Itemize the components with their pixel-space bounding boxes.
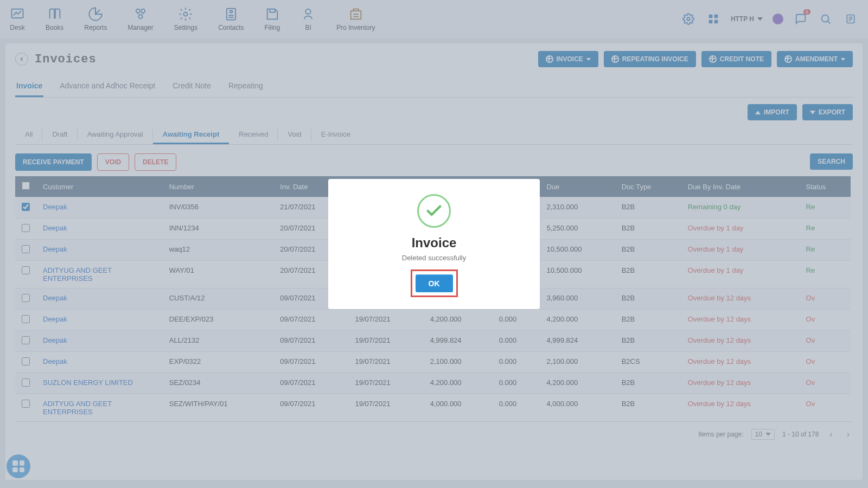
modal-overlay: Invoice Deleted successfully OK xyxy=(0,0,868,488)
modal-ok-button[interactable]: OK xyxy=(416,274,453,292)
success-modal: Invoice Deleted successfully OK xyxy=(328,179,540,309)
modal-title: Invoice xyxy=(339,235,529,251)
ok-highlight-frame: OK xyxy=(411,269,458,297)
check-circle-icon xyxy=(417,194,451,228)
modal-subtitle: Deleted successfully xyxy=(339,254,529,262)
